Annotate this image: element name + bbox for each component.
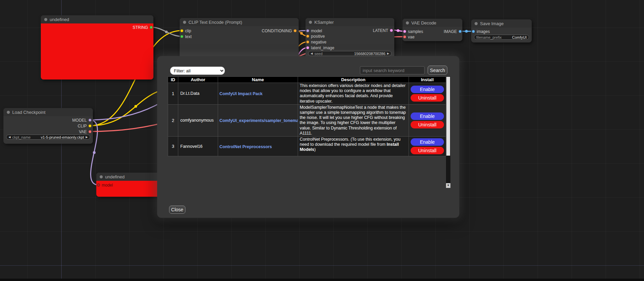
port-label: clip (185, 29, 191, 33)
extensions-table-head-row: IDAuthorNameDescriptionInstall (168, 77, 446, 83)
conditioning-port-dot[interactable] (306, 35, 309, 38)
collapse-dot-icon[interactable] (406, 21, 409, 24)
port-label: latent_image (311, 46, 334, 50)
enable-button[interactable]: Enable (411, 138, 444, 146)
collapse-dot-icon[interactable] (475, 22, 478, 25)
node-header[interactable]: KSampler (306, 18, 394, 26)
node-ksampler[interactable]: KSampler model positive negative latent_… (306, 18, 394, 60)
port-image-output[interactable]: IMAGE (444, 29, 462, 34)
port-clip-output[interactable]: CLIP (78, 124, 92, 128)
node-header[interactable]: Load Checkpoint (3, 108, 93, 116)
close-button[interactable]: Close (169, 206, 185, 214)
ckpt-name-widget[interactable]: ◀ ckpt_name v1-5-pruned-emaonly.ckpt ▶ (6, 135, 90, 140)
port-label: MODEL (72, 118, 87, 123)
extension-link[interactable]: ComfyUI Impact Pack (219, 91, 263, 96)
uninstall-button[interactable]: Uninstall (411, 121, 444, 128)
port-label: negative (311, 40, 326, 45)
extension-link[interactable]: ControlNet Preprocessors (219, 144, 272, 149)
error-port-dot[interactable] (97, 183, 100, 187)
scrollbar-thumb[interactable] (446, 77, 450, 156)
extension-author: Fannovel16 (178, 137, 218, 156)
port-latent-output[interactable]: LATENT (373, 28, 393, 33)
widget-value: ComfyUI (512, 35, 527, 39)
port-negative-input[interactable]: negative (306, 40, 326, 44)
string-port-dot[interactable] (150, 26, 153, 29)
port-string-output[interactable]: STRING (133, 25, 153, 30)
port-positive-input[interactable]: positive (306, 34, 325, 38)
extension-name-cell: ComfyUI Impact Pack (218, 83, 298, 105)
extension-author: Dr.Lt.Data (178, 83, 218, 105)
increment-icon[interactable]: ▶ (387, 51, 389, 56)
latent-port-dot[interactable] (306, 46, 309, 49)
node-header[interactable]: CLIP Text Encode (Prompt) (180, 18, 299, 26)
node-vae-decode[interactable]: VAE Decode samples vae IMAGE (402, 19, 462, 41)
enable-button[interactable]: Enable (411, 86, 444, 93)
seed-widget[interactable]: ◀ seed 156680208700286 ▶ (308, 51, 392, 56)
search-button[interactable]: Search (428, 66, 447, 75)
clip-port-dot[interactable] (180, 29, 183, 32)
node-title: KSampler (314, 20, 334, 25)
widget-label: seed (314, 52, 323, 56)
port-samples-input[interactable]: samples (403, 29, 423, 34)
image-port-dot[interactable] (472, 30, 475, 33)
node-title: VAE Decode (411, 20, 436, 25)
port-vae-output[interactable]: VAE (79, 129, 92, 134)
clip-port-dot[interactable] (88, 124, 92, 127)
port-label: CLIP (78, 124, 87, 128)
port-text-input[interactable]: text (180, 34, 192, 39)
vae-port-dot[interactable] (403, 35, 406, 38)
conditioning-port-dot[interactable] (294, 29, 297, 32)
image-port-dot[interactable] (459, 30, 462, 33)
enable-button[interactable]: Enable (411, 112, 444, 120)
collapse-dot-icon[interactable] (100, 175, 103, 178)
port-conditioning-output[interactable]: CONDITIONING (262, 29, 297, 33)
model-port-dot[interactable] (306, 29, 309, 32)
filter-select[interactable]: Filter: all (170, 67, 225, 75)
node-header[interactable]: undefined (41, 15, 153, 23)
node-header[interactable]: Save Image (471, 19, 532, 28)
node-load-checkpoint[interactable]: Load Checkpoint MODEL CLIP VAE ◀ ckpt_na… (3, 108, 93, 144)
port-label: CONDITIONING (262, 29, 292, 33)
node-save-image[interactable]: Save Image images filename_prefix ComfyU… (471, 19, 532, 42)
table-scrollbar[interactable]: ▼ (446, 76, 450, 188)
node-header[interactable]: VAE Decode (402, 19, 462, 27)
filename-prefix-widget[interactable]: filename_prefix ComfyUI (474, 35, 529, 40)
conditioning-port-dot[interactable] (306, 40, 309, 43)
port-model-output[interactable]: MODEL (72, 118, 92, 122)
string-port-dot[interactable] (180, 35, 183, 38)
extension-link[interactable]: ComfyUI_experiments/sampler_tonemap (219, 118, 298, 123)
extension-install-cell: Enable Uninstall (409, 83, 446, 105)
collapse-dot-icon[interactable] (7, 111, 10, 114)
port-label: vae (408, 35, 414, 39)
collapse-dot-icon[interactable] (44, 18, 47, 21)
collapse-dot-icon[interactable] (183, 21, 186, 24)
column-header: Install (409, 77, 446, 83)
port-label: samples (408, 29, 423, 34)
uninstall-button[interactable]: Uninstall (411, 147, 444, 154)
port-vae-input[interactable]: vae (403, 35, 414, 39)
widget-label: filename_prefix (476, 35, 502, 39)
error-node-body (41, 23, 153, 80)
model-port-dot[interactable] (88, 119, 92, 122)
collapse-dot-icon[interactable] (309, 21, 312, 24)
latent-port-dot[interactable] (403, 30, 406, 33)
previous-value-icon[interactable]: ◀ (9, 135, 11, 140)
port-model-input[interactable]: model (97, 183, 113, 187)
latent-port-dot[interactable] (390, 29, 393, 32)
decrement-icon[interactable]: ◀ (311, 51, 313, 56)
vae-port-dot[interactable] (88, 130, 92, 133)
search-input[interactable] (360, 66, 425, 74)
port-label: STRING (133, 25, 148, 30)
extension-description: ModelSamplerTonemapNoiseTest a node that… (298, 104, 409, 136)
port-model-input[interactable]: model (306, 29, 322, 33)
port-latent-image-input[interactable]: latent_image (306, 46, 334, 50)
extension-row: 1 Dr.Lt.Data ComfyUI Impact Pack This ex… (168, 83, 446, 105)
scroll-down-icon[interactable]: ▼ (446, 183, 450, 188)
port-images-input[interactable]: images (472, 29, 490, 34)
node-undefined-top[interactable]: undefined STRING (41, 15, 153, 80)
uninstall-button[interactable]: Uninstall (411, 94, 444, 102)
manager-dialog: Filter: all Search IDAuthorNameDescripti… (157, 56, 459, 218)
next-value-icon[interactable]: ▶ (86, 135, 88, 140)
extension-id: 2 (168, 104, 178, 136)
port-clip-input[interactable]: clip (180, 29, 191, 33)
